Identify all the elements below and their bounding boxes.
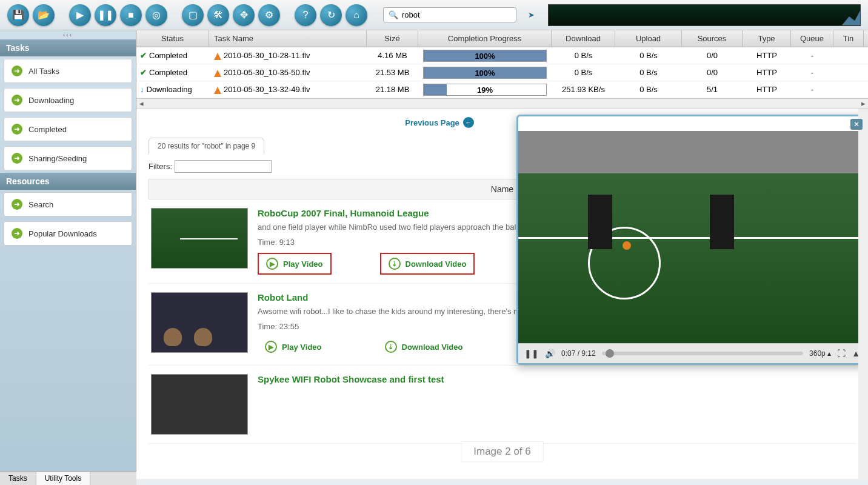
- pause-icon[interactable]: ❚❚: [95, 4, 116, 26]
- search-result: Spykee WIFI Robot Showcase and first tes…: [149, 366, 856, 444]
- vlc-icon: [214, 53, 221, 60]
- col-progress[interactable]: Completion Progress: [418, 30, 552, 47]
- vlc-icon: [214, 87, 221, 94]
- sidebar-item-label: Popular Downloads: [28, 229, 97, 238]
- gear-icon[interactable]: ⚙: [258, 4, 280, 26]
- progress-bar: 19%: [423, 84, 547, 96]
- download-video-button[interactable]: ⇣Download Video: [378, 337, 470, 356]
- search-go-icon[interactable]: ➤: [524, 8, 538, 22]
- open-icon[interactable]: 📂: [33, 4, 55, 26]
- progress-bar: 100%: [423, 50, 547, 62]
- check-icon: ✔: [140, 68, 147, 77]
- col-sources[interactable]: Sources: [682, 30, 743, 47]
- footer-tab-utility[interactable]: Utility Tools: [36, 472, 90, 485]
- vertical-scrollbar[interactable]: [858, 109, 868, 479]
- save-icon[interactable]: 💾: [7, 4, 29, 26]
- col-tin[interactable]: Tin: [833, 30, 864, 47]
- arrow-right-icon: ➜: [12, 199, 22, 210]
- play-icon[interactable]: ▶: [69, 4, 91, 26]
- col-queue[interactable]: Queue: [791, 30, 833, 47]
- arrow-right-icon: ➜: [12, 65, 22, 76]
- result-thumbnail[interactable]: [151, 292, 248, 353]
- download-arrow-icon: ↓: [140, 85, 144, 94]
- sidebar-item-label: Downloading: [28, 96, 74, 105]
- col-status[interactable]: Status: [136, 30, 209, 47]
- col-task[interactable]: Task Name: [209, 30, 367, 47]
- result-thumbnail[interactable]: [151, 208, 248, 269]
- bandwidth-graph: [548, 4, 861, 26]
- video-player: ✕ ❚❚ 🔊 0:07 / 9:12 360p ▴ ⛶ ▲: [516, 115, 868, 365]
- sidebar-item-popular[interactable]: ➜Popular Downloads: [4, 221, 132, 246]
- sidebar-item-search[interactable]: ➜Search: [4, 192, 132, 216]
- resources-panel-header: Resources: [0, 173, 136, 190]
- play-icon: ▶: [265, 341, 277, 353]
- search-input[interactable]: [402, 10, 511, 19]
- sidebar-collapse-icon[interactable]: ‹‹‹: [0, 30, 136, 39]
- sidebar: ‹‹‹ Tasks ➜All Tasks ➜Downloading ➜Compl…: [0, 30, 136, 479]
- search-box: 🔍: [383, 7, 516, 22]
- expand-icon[interactable]: ✥: [233, 4, 255, 26]
- sidebar-item-all-tasks[interactable]: ➜All Tasks: [4, 59, 132, 83]
- player-controls: ❚❚ 🔊 0:07 / 9:12 360p ▴ ⛶ ▲: [518, 343, 866, 363]
- result-title[interactable]: Spykee WIFI Robot Showcase and first tes…: [258, 374, 853, 384]
- playback-time: 0:07 / 9:12: [561, 349, 596, 358]
- seek-bar[interactable]: [602, 352, 803, 355]
- download-icon: ⇣: [385, 341, 397, 353]
- table-header: Status Task Name Size Completion Progres…: [136, 30, 868, 47]
- horizontal-scrollbar[interactable]: ◂▸: [136, 98, 868, 108]
- folder-icon[interactable]: ▢: [182, 4, 204, 26]
- sidebar-item-sharing[interactable]: ➜Sharing/Seeding: [4, 146, 132, 170]
- help-icon[interactable]: ?: [295, 4, 316, 26]
- play-video-button[interactable]: ▶Play Video: [258, 337, 329, 356]
- download-icon: ⇣: [389, 258, 401, 270]
- fullscreen-icon[interactable]: ⛶: [837, 349, 846, 358]
- tasks-panel-header: Tasks: [0, 39, 136, 56]
- arrow-right-icon: ➜: [12, 153, 22, 164]
- arrow-right-icon: ➜: [12, 95, 22, 105]
- sidebar-item-label: All Tasks: [28, 67, 59, 76]
- main-toolbar: 💾 📂 ▶ ❚❚ ■ ◎ ▢ 🛠 ✥ ⚙ ? ↻ ⌂ 🔍 ➤: [0, 0, 868, 30]
- table-row[interactable]: ✔Completed2010-05-30_10-28-11.flv4.16 MB…: [136, 47, 868, 64]
- sidebar-item-label: Sharing/Seeding: [28, 154, 87, 163]
- image-caption: Image 2 of 6: [461, 441, 544, 462]
- pause-icon[interactable]: ❚❚: [524, 349, 539, 358]
- home-icon[interactable]: ⌂: [346, 4, 367, 26]
- quality-selector[interactable]: 360p ▴: [809, 349, 831, 358]
- content-area: Status Task Name Size Completion Progres…: [136, 30, 868, 479]
- sidebar-item-label: Completed: [28, 125, 67, 134]
- search-icon: 🔍: [389, 10, 398, 19]
- video-frame[interactable]: [518, 131, 866, 343]
- tools-icon[interactable]: 🛠: [207, 4, 229, 26]
- table-row[interactable]: ✔Completed2010-05-30_10-35-50.flv21.53 M…: [136, 64, 868, 81]
- footer-tab-tasks[interactable]: Tasks: [0, 472, 36, 485]
- results-tab[interactable]: 20 results for "robot" in page 9: [149, 138, 264, 154]
- download-video-button[interactable]: ⇣Download Video: [380, 253, 475, 275]
- search-results-area: Previous Page← →Next Page 20 results for…: [136, 109, 868, 479]
- target-icon[interactable]: ◎: [145, 4, 167, 26]
- sidebar-item-downloading[interactable]: ➜Downloading: [4, 88, 132, 112]
- vlc-icon: [214, 70, 221, 77]
- progress-bar: 100%: [423, 67, 547, 79]
- refresh-icon[interactable]: ↻: [320, 4, 342, 26]
- col-upload[interactable]: Upload: [615, 30, 682, 47]
- filters-label: Filters:: [149, 162, 172, 171]
- play-icon: ▶: [266, 258, 278, 270]
- play-video-button[interactable]: ▶Play Video: [258, 253, 332, 275]
- result-thumbnail[interactable]: [151, 374, 248, 435]
- col-download[interactable]: Download: [552, 30, 615, 47]
- sidebar-item-label: Search: [28, 200, 53, 209]
- check-icon: ✔: [140, 51, 147, 60]
- stop-icon[interactable]: ■: [120, 4, 142, 26]
- arrow-right-icon: ➜: [12, 228, 22, 239]
- sidebar-item-completed[interactable]: ➜Completed: [4, 117, 132, 141]
- arrow-left-icon: ←: [463, 117, 474, 128]
- filter-input[interactable]: [175, 160, 272, 173]
- close-icon[interactable]: ✕: [850, 119, 863, 130]
- arrow-right-icon: ➜: [12, 124, 22, 135]
- col-size[interactable]: Size: [367, 30, 418, 47]
- col-type[interactable]: Type: [743, 30, 791, 47]
- footer-tabs: Tasks Utility Tools: [0, 471, 136, 485]
- table-row[interactable]: ↓Downloading2010-05-30_13-32-49.flv21.18…: [136, 81, 868, 98]
- volume-icon[interactable]: 🔊: [545, 349, 555, 358]
- previous-page-link[interactable]: Previous Page←: [405, 117, 474, 128]
